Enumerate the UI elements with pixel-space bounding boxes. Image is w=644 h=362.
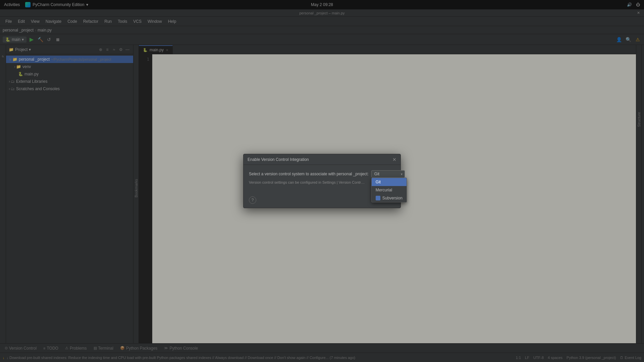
- vcs-dialog: Enable Version Control Integration ✕ Sel…: [243, 154, 401, 208]
- mercurial-option-label: Mercurial: [376, 188, 392, 192]
- vcs-dropdown[interactable]: Git ▾: [371, 170, 405, 178]
- subversion-option-label: Subversion: [382, 196, 402, 200]
- vcs-dropdown-arrow: ▾: [401, 172, 402, 176]
- subversion-icon: [376, 196, 380, 200]
- dialog-help-button[interactable]: ?: [249, 196, 256, 204]
- vcs-option-subversion[interactable]: Subversion: [372, 194, 407, 202]
- git-option-label: Git: [376, 180, 381, 184]
- dialog-close-button[interactable]: ✕: [392, 157, 396, 162]
- dialog-vcs-label: Select a version control system to assoc…: [249, 172, 369, 176]
- vcs-dropdown-wrapper: Git ▾ Git Mercurial Subversion: [371, 170, 405, 178]
- vcs-option-git[interactable]: Git: [372, 178, 407, 186]
- dialog-title: Enable Version Control Integration: [248, 157, 309, 162]
- dialog-title-bar: Enable Version Control Integration ✕: [244, 154, 400, 165]
- modal-overlay: Enable Version Control Integration ✕ Sel…: [0, 0, 644, 362]
- dialog-vcs-row: Select a version control system to assoc…: [249, 170, 395, 178]
- vcs-dropdown-menu: Git Mercurial Subversion: [371, 178, 407, 202]
- vcs-selected-value: Git: [374, 172, 379, 176]
- vcs-option-mercurial[interactable]: Mercurial: [372, 186, 407, 194]
- dialog-body: Select a version control system to assoc…: [244, 165, 400, 194]
